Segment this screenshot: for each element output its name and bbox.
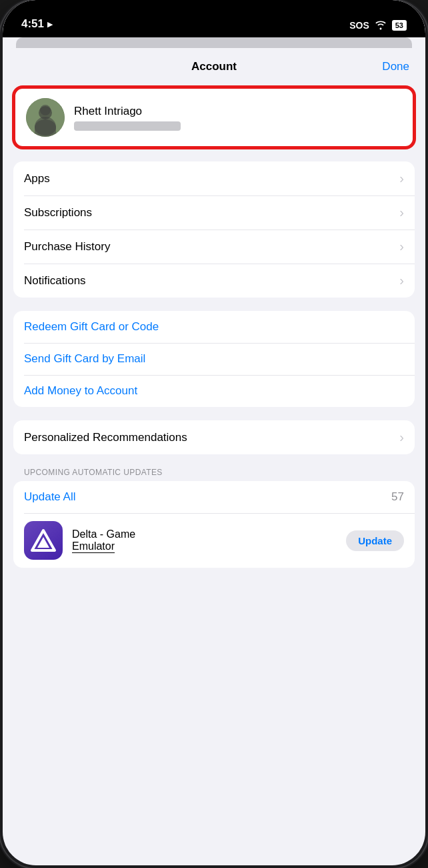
updates-card: Update All 57 xyxy=(13,481,415,568)
profile-info: Rhett Intriago xyxy=(74,105,402,131)
app-info-delta: Delta - Game Emulator xyxy=(72,528,337,553)
delta-logo-svg xyxy=(29,526,57,554)
menu-item-apps[interactable]: Apps xyxy=(13,161,415,195)
update-button[interactable]: Update xyxy=(346,530,404,551)
screen: 4:51 ▶ SOS 53 xyxy=(3,0,425,865)
purchase-history-label: Purchase History xyxy=(24,240,110,254)
personalized-label: Personalized Recommendations xyxy=(24,431,187,444)
svg-point-2 xyxy=(35,119,56,135)
status-bar: 4:51 ▶ SOS 53 xyxy=(3,0,425,37)
svg-point-1 xyxy=(39,106,52,119)
menu-item-purchase-history[interactable]: Purchase History xyxy=(13,230,415,264)
updates-section: UPCOMING AUTOMATIC UPDATES Update All 57 xyxy=(13,468,415,568)
notifications-chevron xyxy=(399,273,404,288)
app-name-block: Delta - Game Emulator xyxy=(72,528,337,553)
avatar-image xyxy=(26,98,65,137)
update-all-row[interactable]: Update All 57 xyxy=(13,481,415,513)
profile-card[interactable]: Rhett Intriago xyxy=(13,87,415,148)
avatar xyxy=(26,98,65,137)
notifications-label: Notifications xyxy=(24,274,86,288)
avatar-svg xyxy=(26,98,65,137)
menu-group-gifting: Redeem Gift Card or Code Send Gift Card … xyxy=(13,311,415,407)
profile-email-blurred xyxy=(74,121,181,131)
menu-item-redeem[interactable]: Redeem Gift Card or Code xyxy=(13,311,415,343)
send-gift-label: Send Gift Card by Email xyxy=(24,352,145,366)
app-update-row-delta: Delta - Game Emulator Update xyxy=(13,513,415,568)
apps-label: Apps xyxy=(24,172,50,185)
status-time: 4:51 xyxy=(21,17,44,31)
app-name-line1: Delta - Game xyxy=(72,528,337,540)
location-icon: ▶ xyxy=(47,20,53,29)
sos-label: SOS xyxy=(349,20,369,31)
svg-rect-0 xyxy=(26,98,65,137)
update-all-count: 57 xyxy=(391,490,404,504)
add-money-label: Add Money to Account xyxy=(24,384,137,398)
menu-group-main: Apps Subscriptions Purchase History Noti… xyxy=(13,161,415,298)
redeem-label: Redeem Gift Card or Code xyxy=(24,320,159,334)
sheet-title: Account xyxy=(191,60,237,73)
personalized-chevron xyxy=(399,430,404,445)
update-all-label: Update All xyxy=(24,490,76,504)
dynamic-island xyxy=(174,8,254,31)
main-sheet: Account Done xyxy=(3,48,425,588)
sheet-peek xyxy=(16,37,412,48)
app-icon-delta xyxy=(24,521,63,560)
battery-level: 53 xyxy=(392,20,407,31)
menu-item-subscriptions[interactable]: Subscriptions xyxy=(13,195,415,230)
menu-item-notifications[interactable]: Notifications xyxy=(13,264,415,298)
section-label-updates: UPCOMING AUTOMATIC UPDATES xyxy=(24,468,404,477)
menu-item-personalized[interactable]: Personalized Recommendations xyxy=(13,420,415,454)
menu-item-add-money[interactable]: Add Money to Account xyxy=(13,375,415,407)
app-name-line2: Emulator xyxy=(72,540,115,553)
menu-item-send-gift[interactable]: Send Gift Card by Email xyxy=(13,343,415,375)
wifi-icon xyxy=(375,21,387,30)
purchase-history-chevron xyxy=(399,239,404,254)
phone-frame: 4:51 ▶ SOS 53 xyxy=(0,0,428,868)
sheet-header: Account Done xyxy=(3,48,425,81)
menu-group-recommendations: Personalized Recommendations xyxy=(13,420,415,454)
battery-indicator: 53 xyxy=(392,20,407,31)
subscriptions-label: Subscriptions xyxy=(24,206,92,220)
content-area: Account Done xyxy=(3,37,425,865)
apps-chevron xyxy=(399,171,404,186)
subscriptions-chevron xyxy=(399,205,404,220)
profile-name: Rhett Intriago xyxy=(74,105,402,118)
done-button[interactable]: Done xyxy=(382,60,409,73)
